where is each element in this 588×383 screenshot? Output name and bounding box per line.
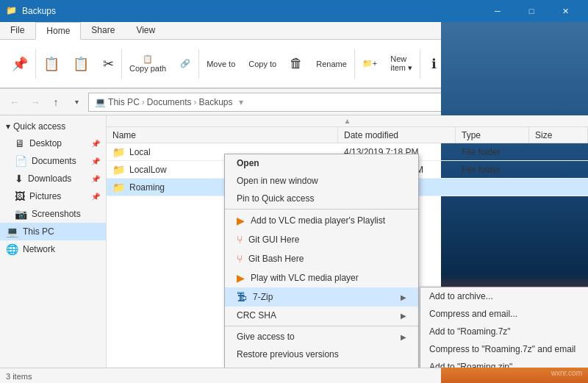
ctx-separator-2 — [225, 326, 418, 326]
vlc-icon-2: ▶ — [237, 272, 245, 284]
ctx-add-roaming-zip[interactable]: Add to "Roaming.zip" — [420, 358, 588, 368]
ctx-git-gui[interactable]: ⑂ Git GUI Here — [225, 230, 418, 249]
sidebar-item-network[interactable]: 🌐 Network — [0, 240, 106, 258]
pictures-icon: 🖼 — [15, 190, 25, 202]
delete-button[interactable]: 🗑 — [284, 53, 309, 74]
address-path[interactable]: 💻 This PC › Documents › Backups ▾ ↻ — [88, 93, 462, 112]
downloads-icon: ⬇ — [15, 173, 24, 185]
ctx-pin-quick-access[interactable]: Pin to Quick access — [225, 190, 418, 207]
submenu-arrow-access: ▶ — [401, 333, 406, 341]
tab-share[interactable]: Share — [81, 22, 126, 39]
ctx-include-library-label: Include in library — [237, 367, 301, 368]
cut-button[interactable]: ✂ — [96, 53, 120, 75]
submenu-arrow-7zip: ▶ — [401, 293, 406, 301]
pin-to-quick-access-button[interactable]: 📌 — [6, 53, 34, 75]
maximize-button[interactable]: □ — [514, 0, 548, 22]
network-icon: 🌐 — [6, 243, 18, 255]
ctx-add-roaming-7z[interactable]: Add to "Roaming.7z" — [420, 323, 588, 340]
copy-to-button[interactable]: Copy to — [243, 57, 282, 71]
sidebar-item-documents[interactable]: 📄 Documents 📌 — [0, 152, 106, 170]
chevron-down-icon: ▾ — [6, 121, 10, 132]
ctx-open[interactable]: Open — [225, 154, 418, 172]
main-content: ▾ Quick access 🖥 Desktop 📌 📄 Documents 📌… — [0, 115, 588, 368]
ctx-git-bash[interactable]: ⑂ Git Bash Here — [225, 249, 418, 268]
git-bash-icon: ⑂ — [237, 253, 243, 265]
sidebar-item-this-pc[interactable]: 💻 This PC — [0, 223, 106, 240]
copy-button[interactable]: 📋 — [37, 53, 65, 75]
git-gui-icon: ⑂ — [237, 234, 243, 246]
ctx-add-vlc-playlist-label: Add to VLC media player's Playlist — [251, 215, 385, 226]
ctx-pin-quick-access-label: Pin to Quick access — [237, 193, 314, 204]
sidebar-item-network-label: Network — [23, 244, 55, 254]
pin-icon-pictures: 📌 — [91, 193, 100, 201]
sidebar-item-this-pc-label: This PC — [23, 226, 54, 237]
paste-button[interactable]: 📋 — [67, 53, 95, 75]
ctx-include-library[interactable]: Include in library ▶ — [225, 363, 418, 368]
ctx-add-vlc-playlist[interactable]: ▶ Add to VLC media player's Playlist — [225, 211, 418, 230]
vlc-icon-1: ▶ — [237, 215, 245, 226]
file-list: ▲ Name Date modified Type Size 📁 Local 4… — [107, 115, 588, 368]
submenu-arrow-crc: ▶ — [401, 312, 406, 320]
documents-icon: 📄 — [15, 155, 27, 167]
ctx-give-access[interactable]: Give access to ▶ — [225, 328, 418, 346]
quick-access-header[interactable]: ▾ Quick access — [0, 118, 106, 135]
screenshots-icon: 📷 — [15, 208, 27, 220]
title-bar: 📁 Backups ─ □ ✕ — [0, 0, 588, 22]
ctx-add-archive-label: Add to archive... — [429, 291, 493, 301]
zip-icon: 🗜 — [237, 291, 247, 303]
path-dropdown-arrow[interactable]: ▾ — [239, 97, 243, 107]
ctx-play-vlc-label: Play with VLC media player — [251, 273, 359, 283]
ctx-open-new-window[interactable]: Open in new window — [225, 172, 418, 190]
paste-shortcut-button[interactable]: 🔗 — [173, 56, 197, 71]
ctx-restore-versions[interactable]: Restore previous versions — [225, 346, 418, 363]
sidebar-item-desktop-label: Desktop — [29, 138, 62, 148]
forward-button[interactable]: → — [26, 93, 44, 111]
sidebar-item-downloads[interactable]: ⬇ Downloads 📌 — [0, 170, 106, 187]
ctx-restore-versions-label: Restore previous versions — [237, 349, 339, 359]
back-button[interactable]: ← — [6, 93, 24, 111]
ctx-compress-roaming-7z-email[interactable]: Compress to "Roaming.7z" and email — [420, 340, 588, 358]
ctx-crc-sha[interactable]: CRC SHA ▶ — [225, 307, 418, 324]
context-menu: Open Open in new window Pin to Quick acc… — [224, 154, 419, 368]
new-folder-button[interactable]: 📁+ — [356, 56, 383, 71]
ctx-7zip[interactable]: 🗜 7-Zip ▶ Add to archive... Compress and… — [225, 287, 418, 307]
watermark: wxnr.com — [551, 369, 582, 377]
up-button[interactable]: ↑ — [47, 93, 65, 111]
ctx-add-roaming-zip-label: Add to "Roaming.zip" — [429, 362, 512, 368]
sidebar-item-pictures-label: Pictures — [29, 191, 61, 201]
rename-button[interactable]: Rename — [310, 57, 353, 71]
status-text: 3 items — [6, 372, 32, 381]
sidebar-item-screenshots-label: Screenshots — [32, 209, 81, 219]
quick-access-label: Quick access — [13, 121, 65, 132]
minimize-button[interactable]: ─ — [481, 0, 514, 22]
move-to-button[interactable]: Move to — [201, 57, 241, 71]
context-menu-overlay: Open Open in new window Pin to Quick acc… — [107, 115, 588, 368]
path-segment-documents: Documents — [147, 97, 192, 107]
tab-file[interactable]: File — [0, 22, 35, 39]
close-button[interactable]: ✕ — [548, 0, 582, 22]
window-title: Backups — [22, 6, 481, 16]
ctx-open-label: Open — [237, 158, 259, 168]
ctx-compress-email[interactable]: Compress and email... — [420, 305, 588, 323]
window-icon: 📁 — [6, 5, 18, 17]
sidebar: ▾ Quick access 🖥 Desktop 📌 📄 Documents 📌… — [0, 115, 107, 368]
submenu-7zip: Add to archive... Compress and email... … — [420, 287, 588, 368]
recent-locations-button[interactable]: ▾ — [68, 93, 85, 111]
sidebar-item-pictures[interactable]: 🖼 Pictures 📌 — [0, 187, 106, 205]
ctx-play-vlc[interactable]: ▶ Play with VLC media player — [225, 268, 418, 287]
ctx-git-bash-label: Git Bash Here — [248, 254, 304, 264]
this-pc-icon: 💻 — [6, 226, 18, 237]
new-item-button[interactable]: Newitem ▾ — [384, 51, 418, 76]
sidebar-item-downloads-label: Downloads — [28, 173, 71, 184]
ctx-separator-1 — [225, 209, 418, 210]
tab-home[interactable]: Home — [35, 22, 81, 40]
ctx-add-archive[interactable]: Add to archive... — [420, 287, 588, 305]
sidebar-item-screenshots[interactable]: 📷 Screenshots — [0, 205, 106, 223]
ctx-compress-email-label: Compress and email... — [429, 309, 517, 319]
copy-path-button[interactable]: 📋Copy path — [123, 51, 172, 76]
ctx-crc-sha-label: CRC SHA — [237, 310, 276, 321]
tab-view[interactable]: View — [126, 22, 166, 39]
sidebar-item-desktop[interactable]: 🖥 Desktop 📌 — [0, 135, 106, 152]
ctx-7zip-label: 7-Zip — [253, 292, 273, 302]
ctx-compress-roaming-7z-email-label: Compress to "Roaming.7z" and email — [429, 344, 576, 354]
